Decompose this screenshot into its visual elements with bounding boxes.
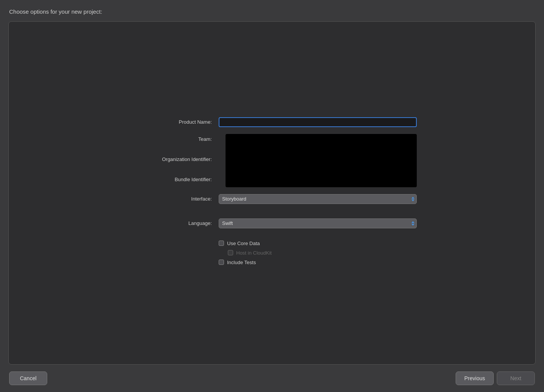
interface-select[interactable]: Storyboard SwiftUI bbox=[219, 194, 417, 204]
redacted-block bbox=[226, 134, 417, 187]
form-container: Product Name: Team: Organization Identif… bbox=[9, 94, 535, 292]
bundle-identifier-label: Bundle Identifier: bbox=[127, 177, 219, 182]
interface-select-wrapper[interactable]: Storyboard SwiftUI bbox=[219, 194, 417, 204]
interface-row: Interface: Storyboard SwiftUI bbox=[127, 194, 417, 204]
team-org-bundle-row: Team: Organization Identifier: Bundle Id… bbox=[127, 134, 417, 187]
page-title: Choose options for your new project: bbox=[9, 8, 102, 15]
previous-button[interactable]: Previous bbox=[456, 371, 494, 385]
include-tests-checkbox[interactable] bbox=[219, 260, 224, 265]
team-label: Team: bbox=[127, 136, 219, 142]
host-in-cloudkit-row: Host in CloudKit bbox=[127, 250, 417, 256]
use-core-data-row: Use Core Data bbox=[127, 241, 417, 246]
host-in-cloudkit-label: Host in CloudKit bbox=[236, 250, 272, 256]
product-name-input[interactable] bbox=[219, 117, 417, 127]
next-button: Next bbox=[497, 371, 535, 385]
footer: Cancel Previous Next bbox=[0, 365, 544, 392]
language-row: Language: Swift Objective-C bbox=[127, 218, 417, 228]
language-select[interactable]: Swift Objective-C bbox=[219, 218, 417, 228]
language-select-wrapper[interactable]: Swift Objective-C bbox=[219, 218, 417, 228]
use-core-data-label[interactable]: Use Core Data bbox=[227, 241, 260, 246]
header: Choose options for your new project: bbox=[0, 0, 544, 21]
include-tests-row: Include Tests bbox=[127, 260, 417, 265]
include-tests-label[interactable]: Include Tests bbox=[227, 260, 256, 265]
product-name-row: Product Name: bbox=[127, 117, 417, 127]
main-panel: Product Name: Team: Organization Identif… bbox=[8, 21, 536, 365]
footer-left: Cancel bbox=[9, 371, 47, 385]
use-core-data-checkbox[interactable] bbox=[219, 241, 224, 246]
product-name-label: Product Name: bbox=[127, 119, 219, 125]
interface-label: Interface: bbox=[127, 196, 219, 202]
host-in-cloudkit-checkbox bbox=[228, 250, 233, 255]
org-identifier-label: Organization Identifier: bbox=[127, 156, 219, 162]
cancel-button[interactable]: Cancel bbox=[9, 371, 47, 385]
language-label: Language: bbox=[127, 220, 219, 226]
footer-right: Previous Next bbox=[456, 371, 535, 385]
